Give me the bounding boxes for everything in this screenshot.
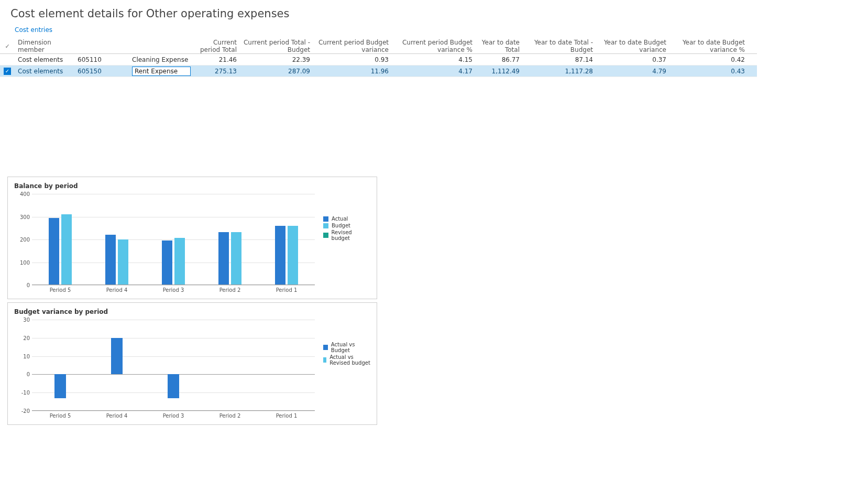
cost-elements-grid: ✓ Dimension member Current period Total …	[0, 39, 757, 77]
x-tick: Period 2	[219, 287, 241, 293]
cell-name: Rent Expense	[130, 67, 193, 76]
cell-ytdbvp: 0.43	[669, 68, 748, 75]
legend-actual-vs-budget: Actual vs Budget	[323, 342, 370, 353]
cell-cptb: 22.39	[240, 56, 313, 63]
col-current-period-total[interactable]: Current period Total	[193, 39, 240, 53]
cell-ytdt: 1,112.49	[476, 68, 523, 75]
cell-cpt: 275.13	[193, 68, 240, 75]
cost-entries-link[interactable]: Cost entries	[15, 26, 52, 34]
bar[interactable]	[275, 226, 285, 285]
cell-ytdt: 86.77	[476, 56, 523, 63]
x-tick: Period 3	[163, 413, 184, 419]
chart-budget-variance-by-period: Budget variance by period -20-100102030P…	[7, 302, 377, 425]
bar[interactable]	[54, 374, 66, 398]
x-tick: Period 5	[50, 413, 71, 419]
cell-dimension: Cost elements	[15, 56, 78, 63]
cell-cpt: 21.46	[193, 56, 240, 63]
legend-actual: Actual	[323, 216, 370, 222]
legend-revised: Revised budget	[323, 229, 370, 241]
cell-name: Cleaning Expense	[130, 56, 193, 63]
chart-title: Budget variance by period	[14, 308, 370, 315]
bar[interactable]	[118, 239, 128, 285]
legend-budget: Budget	[323, 223, 370, 228]
col-current-period-budget-variance[interactable]: Current period Budget variance	[313, 39, 392, 53]
bar[interactable]	[111, 338, 123, 375]
cell-cpbvp: 4.17	[392, 68, 476, 75]
bar[interactable]	[288, 226, 298, 285]
x-tick: Period 4	[106, 413, 128, 419]
x-tick: Period 3	[163, 287, 184, 293]
bar[interactable]	[162, 240, 172, 285]
cell-cptb: 287.09	[240, 68, 313, 75]
row-checkbox[interactable]	[4, 56, 11, 63]
col-ytd-total[interactable]: Year to date Total	[476, 39, 523, 53]
x-tick: Period 4	[106, 287, 128, 293]
select-all-checkbox[interactable]: ✓	[0, 43, 15, 50]
col-dimension-member[interactable]: Dimension member	[15, 39, 78, 53]
table-row[interactable]: Cost elements605110Cleaning Expense21.46…	[0, 54, 757, 65]
cell-cpbvp: 4.15	[392, 56, 476, 63]
x-tick: Period 1	[276, 287, 298, 293]
bar[interactable]	[168, 374, 179, 398]
cell-id: 605110	[78, 56, 130, 63]
cell-dimension: Cost elements	[15, 68, 78, 75]
cell-ytdbvp: 0.42	[669, 56, 748, 63]
bar[interactable]	[61, 214, 72, 285]
cell-ytdbv: 4.79	[596, 68, 669, 75]
cell-cpbv: 11.96	[313, 68, 392, 75]
chart-balance-by-period: Balance by period 0100200300400Period 5P…	[7, 177, 377, 299]
page-title: Cost element details for Other operating…	[0, 0, 757, 24]
bar[interactable]	[105, 235, 116, 285]
x-tick: Period 2	[219, 413, 241, 419]
cell-ytdbv: 0.37	[596, 56, 669, 63]
chart-title: Balance by period	[14, 182, 370, 190]
bar[interactable]	[231, 232, 241, 285]
cell-ytdtb: 87.14	[523, 56, 596, 63]
bar[interactable]	[218, 232, 229, 285]
x-tick: Period 5	[50, 287, 71, 293]
col-ytd-budget-variance[interactable]: Year to date Budget variance	[596, 39, 669, 53]
legend-actual-vs-revised: Actual vs Revised budget	[323, 354, 370, 366]
col-ytd-total-budget[interactable]: Year to date Total - Budget	[523, 39, 596, 53]
col-current-period-budget-variance-pct[interactable]: Current period Budget variance %	[392, 39, 476, 53]
cell-cpbv: 0.93	[313, 56, 392, 63]
bar[interactable]	[174, 238, 185, 285]
cell-id: 605150	[78, 68, 130, 75]
table-row[interactable]: ✓Cost elements605150Rent Expense275.1328…	[0, 65, 757, 77]
cell-ytdtb: 1,117.28	[523, 68, 596, 75]
bar[interactable]	[49, 218, 59, 285]
col-ytd-budget-variance-pct[interactable]: Year to date Budget variance %	[669, 39, 748, 53]
row-checkbox[interactable]: ✓	[4, 68, 11, 75]
col-current-period-total-budget[interactable]: Current period Total - Budget	[240, 39, 313, 53]
x-tick: Period 1	[276, 413, 298, 419]
